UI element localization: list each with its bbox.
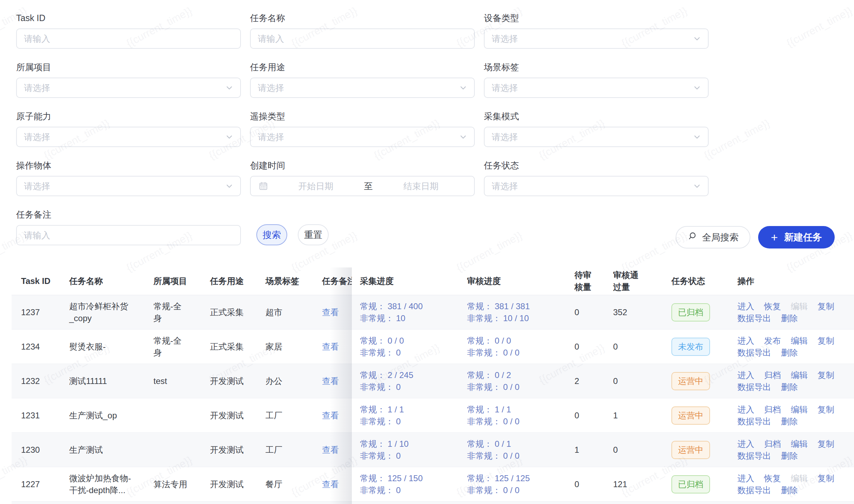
global-search-button[interactable]: 全局搜索 [676,226,750,248]
action-link[interactable]: 进入 [737,335,754,347]
scene-tag-cell: 工厂 [265,444,322,456]
collect-progress-cell[interactable]: 常规： 1 / 1 非常规： 0 [360,404,467,427]
search-button[interactable]: 搜索 [256,224,287,245]
task-name-input[interactable] [258,34,467,44]
passed-count-cell: 1 [613,410,671,422]
end-date-placeholder[interactable]: 结束日期 [376,180,467,192]
action-link[interactable]: 编辑 [791,438,808,450]
action-link[interactable]: 删除 [781,450,798,462]
select-placeholder: 请选择 [492,131,693,143]
status-badge: 已归档 [671,475,710,493]
action-link[interactable]: 数据导出 [737,484,771,496]
remark-input[interactable] [24,230,233,240]
action-link[interactable]: 复制 [817,404,834,416]
action-link[interactable]: 复制 [817,369,834,381]
remark-view-link[interactable]: 查看 [322,307,339,317]
action-link[interactable]: 数据导出 [737,312,771,324]
action-links-line: 数据导出删除 [737,416,849,427]
teleop-type-select[interactable]: 请选择 [250,127,475,147]
action-link[interactable]: 复制 [817,438,834,450]
action-link[interactable]: 复制 [817,335,834,347]
remark-view-link[interactable]: 查看 [322,376,339,386]
chevron-down-icon [693,133,701,141]
purpose-cell: 正式采集 [210,341,265,353]
create-task-label: 新建任务 [784,231,822,244]
device-type-select[interactable]: 请选择 [484,28,709,49]
action-link[interactable]: 数据导出 [737,416,771,427]
action-link[interactable]: 恢复 [764,472,781,484]
review-progress-cell[interactable]: 常规： 381 / 381 非常规： 10 / 10 [467,300,574,324]
collect-progress-cell[interactable]: 常规： 2 / 245 非常规： 0 [360,369,467,393]
filter-field-teleop-type: 遥操类型 请选择 [250,111,475,147]
action-link[interactable]: 进入 [737,300,754,312]
action-link[interactable]: 进入 [737,404,754,416]
reset-button[interactable]: 重置 [298,224,329,245]
remark-view-link[interactable]: 查看 [322,479,339,489]
action-link[interactable]: 编辑 [791,335,808,347]
action-link[interactable]: 复制 [817,472,834,484]
action-link[interactable]: 数据导出 [737,347,771,359]
review-progress-cell[interactable]: 常规： 0 / 1 非常规： 0 / 0 [467,438,574,462]
action-link[interactable]: 进入 [737,472,754,484]
scene-tag-cell: 家居 [265,341,322,353]
pending-count-cell: 1 [574,444,613,456]
action-links-line: 数据导出删除 [737,312,849,324]
review-progress-cell[interactable]: 常规： 1 / 1 非常规： 0 / 0 [467,404,574,427]
field-label: 操作物体 [16,160,241,171]
action-link[interactable]: 删除 [781,312,798,324]
passed-count-cell: 0 [613,444,671,456]
purpose-cell: 开发测试 [210,444,265,456]
status-cell: 运营中 [671,372,737,390]
task-name-cell: 熨烫衣服- [69,341,153,353]
collect-mode-select[interactable]: 请选择 [484,127,709,147]
task-id-input[interactable] [24,34,233,44]
action-link[interactable]: 删除 [781,416,798,427]
collect-progress-cell[interactable]: 常规： 0 / 0 非常规： 0 [360,335,467,359]
field-label: 创建时间 [250,160,475,171]
field-label: 任务备注 [16,209,241,220]
collect-progress-cell[interactable]: 常规： 1 / 10 非常规： 0 [360,438,467,462]
action-link[interactable]: 恢复 [764,300,781,312]
remark-view-link[interactable]: 查看 [322,411,339,420]
action-link[interactable]: 删除 [781,381,798,393]
action-link[interactable]: 删除 [781,484,798,496]
review-progress-cell[interactable]: 常规： 125 / 125 非常规： 0 / 0 [467,472,574,496]
action-link[interactable]: 编辑 [791,404,808,416]
create-time-range-picker[interactable]: 开始日期 至 结束日期 [250,176,475,196]
action-links-line: 数据导出删除 [737,347,849,359]
review-progress-cell[interactable]: 常规： 0 / 0 非常规： 0 / 0 [467,335,574,359]
action-link[interactable]: 归档 [764,404,781,416]
action-link[interactable]: 编辑 [791,369,808,381]
operations-cell: 进入归档编辑复制数据导出删除 [737,369,854,393]
create-task-button[interactable]: + 新建任务 [758,226,835,248]
atomic-ability-select[interactable]: 请选择 [16,127,241,147]
select-placeholder: 请选择 [258,131,459,143]
action-link[interactable]: 发布 [764,335,781,347]
remark-view-link[interactable]: 查看 [322,342,339,351]
object-select[interactable]: 请选择 [16,176,241,196]
filter-field-collect-mode: 采集模式 请选择 [484,111,709,147]
action-link[interactable]: 数据导出 [737,450,771,462]
scene-tag-select[interactable]: 请选择 [484,78,709,98]
action-link[interactable]: 删除 [781,347,798,359]
table-scroll-pane: 采集进度 审核进度 待审 核量 审核通 过量 任务状态 操作 常规： 381 /… [352,267,854,504]
collect-progress-cell[interactable]: 常规： 125 / 150 非常规： 0 [360,472,467,496]
project-cell: 常规-全 身 [153,335,210,359]
task-status-select[interactable]: 请选择 [484,176,709,196]
task-id-cell: 1230 [21,444,69,456]
action-link[interactable]: 归档 [764,438,781,450]
action-link[interactable]: 归档 [764,369,781,381]
action-link[interactable]: 进入 [737,438,754,450]
action-link[interactable]: 进入 [737,369,754,381]
start-date-placeholder[interactable]: 开始日期 [270,180,361,192]
action-links: 进入归档编辑复制数据导出删除 [737,369,849,393]
project-select[interactable]: 请选择 [16,78,241,98]
task-name-cell: 测试11111 [69,375,153,387]
action-link[interactable]: 数据导出 [737,381,771,393]
remark-view-link[interactable]: 查看 [322,445,339,455]
action-link[interactable]: 复制 [817,300,834,312]
remark-cell: 查看 [322,306,352,318]
collect-progress-cell[interactable]: 常规： 381 / 400 非常规： 10 [360,300,467,324]
review-progress-cell[interactable]: 常规： 0 / 2 非常规： 0 / 0 [467,369,574,393]
purpose-select[interactable]: 请选择 [250,78,475,98]
